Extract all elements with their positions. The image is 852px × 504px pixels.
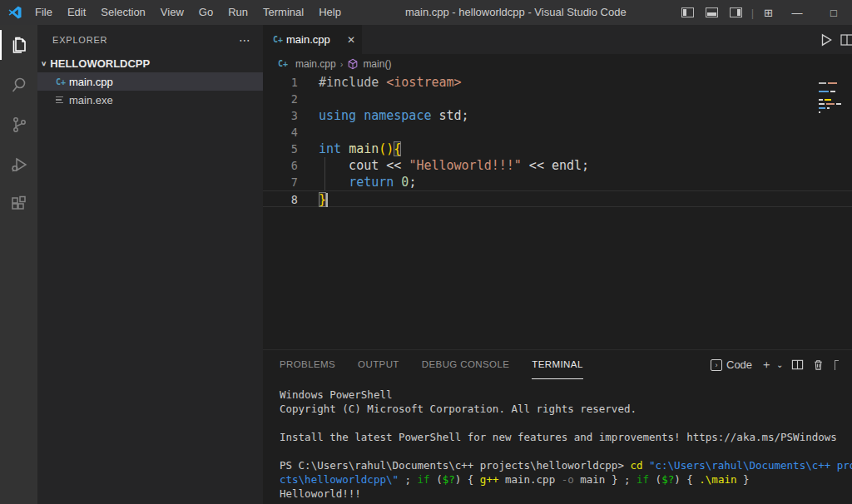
breadcrumb-separator-icon: › <box>340 59 344 69</box>
line-number: 1 <box>263 74 298 91</box>
panel-actions: › Code ＋ ⌄ <box>711 350 852 379</box>
explorer-sidebar: EXPLORER ⋯ ∨ HELLOWORLDCPP C+ main.cpp m… <box>37 25 263 504</box>
breadcrumb: C+ main.cpp › main() <box>263 54 852 73</box>
tab-problems[interactable]: PROBLEMS <box>280 350 335 379</box>
explorer-header: EXPLORER ⋯ <box>37 25 263 54</box>
titlebar-separator: | <box>751 7 754 19</box>
menu-help[interactable]: Help <box>311 0 349 25</box>
folder-name: HELLOWORLDCPP <box>50 57 150 70</box>
activitybar-run-debug[interactable] <box>0 145 37 185</box>
file-name: main.cpp <box>69 76 113 88</box>
code-line[interactable]: 4 <box>263 124 852 141</box>
new-terminal-icon[interactable]: ＋ <box>760 358 772 373</box>
binary-file-icon <box>56 95 69 106</box>
terminal-output[interactable]: Windows PowerShellCopyright (C) Microsof… <box>263 379 852 504</box>
toggle-secondary-sidebar-icon[interactable] <box>730 7 742 17</box>
toggle-primary-sidebar-icon[interactable] <box>681 7 694 17</box>
explorer-more-actions-icon[interactable]: ⋯ <box>239 33 251 47</box>
text-cursor <box>326 193 328 207</box>
line-number: 3 <box>263 107 298 124</box>
menu-edit[interactable]: Edit <box>60 0 93 25</box>
tab-close-icon[interactable]: ✕ <box>347 34 355 46</box>
activitybar-source-control[interactable] <box>0 105 37 145</box>
split-terminal-icon[interactable] <box>791 358 804 371</box>
chevron-down-icon: ∨ <box>41 60 47 67</box>
tab-output[interactable]: OUTPUT <box>358 350 399 379</box>
activity-bar <box>0 25 37 504</box>
terminal-line: PS C:\Users\rahul\Documents\c++ projects… <box>280 458 852 472</box>
folder-row-helloworldcpp[interactable]: ∨ HELLOWORLDCPP <box>37 54 263 72</box>
terminal-line: Install the latest PowerShell for new fe… <box>280 430 852 444</box>
menu-go[interactable]: Go <box>191 0 220 25</box>
panel-tab-bar: PROBLEMS OUTPUT DEBUG CONSOLE TERMINAL ›… <box>263 350 852 379</box>
kill-terminal-trash-icon[interactable] <box>812 358 825 371</box>
files-icon <box>9 35 29 55</box>
terminal-dropdown-chevron-icon[interactable]: ⌄ <box>776 360 783 369</box>
search-icon <box>9 75 29 95</box>
file-name: main.exe <box>69 94 113 106</box>
activitybar-extensions[interactable] <box>0 185 37 225</box>
tab-debug-console[interactable]: DEBUG CONSOLE <box>422 350 510 379</box>
line-number: 7 <box>263 174 298 190</box>
explorer-title: EXPLORER <box>52 35 107 45</box>
file-row-main-exe[interactable]: main.exe <box>37 91 263 109</box>
maximize-button[interactable]: □ <box>815 7 852 19</box>
title-bar: File Edit Selection View Go Run Terminal… <box>0 0 852 25</box>
line-number: 8 <box>263 191 298 206</box>
menu-view[interactable]: View <box>153 0 191 25</box>
minimap[interactable] <box>819 73 850 116</box>
line-number: 4 <box>263 124 298 141</box>
line-number: 2 <box>263 91 298 107</box>
code-line[interactable]: 2 <box>263 91 852 107</box>
cpp-file-icon: C+ <box>273 35 286 44</box>
editor-region: C+ main.cpp ✕ C+ main.cpp › <box>263 25 852 349</box>
terminal-line <box>280 444 852 458</box>
terminal-line: Windows PowerShell <box>280 388 852 402</box>
tab-bar: C+ main.cpp ✕ <box>263 25 852 54</box>
window-title: main.cpp - helloworldcpp - Visual Studio… <box>405 0 627 25</box>
terminal-line: Copyright (C) Microsoft Corporation. All… <box>280 402 852 416</box>
customize-layout-icon[interactable]: ⊞ <box>764 7 772 19</box>
code-line[interactable]: 6 cout << "Helloworld!!!" << endl; <box>263 157 852 174</box>
code-line[interactable]: 8} <box>263 190 852 207</box>
terminal-icon: › <box>711 359 722 371</box>
source-control-icon <box>9 115 29 135</box>
toggle-panel-icon[interactable] <box>706 7 718 17</box>
terminal-line <box>280 416 852 430</box>
file-row-main-cpp[interactable]: C+ main.cpp <box>37 72 263 91</box>
extensions-icon <box>9 195 29 215</box>
editor-actions <box>819 25 852 54</box>
menu-selection[interactable]: Selection <box>93 0 152 25</box>
terminal-line: Helloworld!!! <box>280 487 852 501</box>
breadcrumb-file[interactable]: main.cpp <box>295 58 336 70</box>
tab-terminal[interactable]: TERMINAL <box>532 350 582 379</box>
minimize-button[interactable]: — <box>779 7 815 19</box>
window-controls: | ⊞ — □ <box>676 0 852 25</box>
breadcrumb-symbol[interactable]: main() <box>363 58 391 70</box>
menu-terminal[interactable]: Terminal <box>255 0 311 25</box>
bottom-panel: PROBLEMS OUTPUT DEBUG CONSOLE TERMINAL ›… <box>263 349 852 504</box>
terminal-instance-chip[interactable]: › Code <box>711 358 752 371</box>
menu-run[interactable]: Run <box>220 0 255 25</box>
cpp-file-icon: C+ <box>278 59 291 68</box>
run-debug-icon <box>9 155 29 175</box>
line-number: 6 <box>263 157 298 174</box>
code-editor[interactable]: 1#include <iostream>23using namespace st… <box>263 73 852 349</box>
line-number: 5 <box>263 141 298 157</box>
activitybar-explorer[interactable] <box>0 25 37 65</box>
tab-main-cpp[interactable]: C+ main.cpp ✕ <box>263 25 363 54</box>
split-editor-icon[interactable] <box>840 33 852 47</box>
panel-maximize-icon[interactable] <box>835 360 839 370</box>
code-line[interactable]: 3using namespace std; <box>263 107 852 124</box>
code-line[interactable]: 1#include <iostream> <box>263 74 852 91</box>
code-line[interactable]: 5int main(){ <box>263 141 852 157</box>
terminal-line: cts\helloworldcpp\" ; if ($?) { g++ main… <box>280 472 852 487</box>
vscode-logo-icon <box>7 5 22 20</box>
activitybar-search[interactable] <box>0 65 37 105</box>
tab-label: main.cpp <box>286 33 330 46</box>
code-lines: 1#include <iostream>23using namespace st… <box>263 74 852 207</box>
menu-file[interactable]: File <box>27 0 60 25</box>
run-code-icon[interactable] <box>819 32 834 47</box>
code-line[interactable]: 7 return 0; <box>263 174 852 190</box>
terminal-instance-name: Code <box>726 358 752 371</box>
